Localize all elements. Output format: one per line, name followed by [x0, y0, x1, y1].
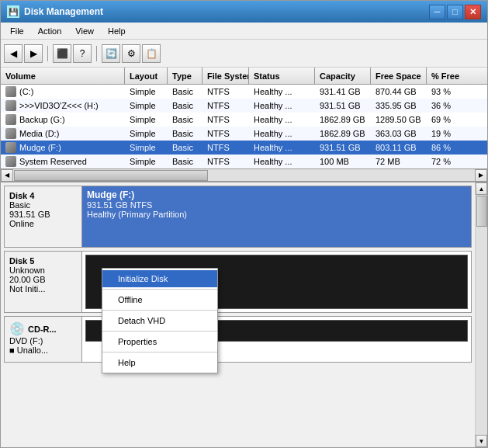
settings-button[interactable]: ⚙: [122, 44, 140, 63]
table-row[interactable]: Mudge (F:) Simple Basic NTFS Healthy ...…: [1, 141, 487, 155]
cell-type: Basic: [168, 85, 202, 99]
cell-capacity: 1862.89 GB: [315, 113, 371, 127]
disk4-label: Disk 4 Basic 931.51 GB Online: [5, 186, 82, 247]
cell-pct: 72 %: [427, 155, 462, 168]
menu-file[interactable]: File: [4, 25, 30, 37]
cell-freespace: 803.11 GB: [371, 141, 427, 155]
cell-volume: System Reserved: [1, 155, 125, 168]
ctx-offline[interactable]: Offline: [102, 291, 217, 308]
title-bar-left: 💾 Disk Management: [7, 5, 103, 18]
v-scroll-down[interactable]: ▼: [476, 435, 487, 447]
cell-status: Healthy ...: [249, 85, 315, 99]
toolbar-separator-2: [96, 46, 97, 61]
cell-pct: 19 %: [427, 127, 462, 141]
cell-fs: NTFS: [202, 155, 249, 168]
maximize-button[interactable]: □: [447, 5, 463, 19]
table-row[interactable]: System Reserved Simple Basic NTFS Health…: [1, 155, 487, 168]
cell-freespace: 363.03 GB: [371, 127, 427, 141]
cell-status: Healthy ...: [249, 113, 315, 127]
v-scroll-up[interactable]: ▲: [476, 182, 487, 195]
horizontal-scrollbar[interactable]: ◀ ▶: [1, 168, 487, 181]
help-button[interactable]: ?: [73, 44, 92, 63]
cell-volume: Media (D:): [1, 127, 125, 141]
table-body: (C:) Simple Basic NTFS Healthy ... 931.4…: [1, 85, 487, 168]
cell-fs: NTFS: [202, 141, 249, 155]
ctx-help[interactable]: Help: [102, 354, 217, 371]
forward-button[interactable]: ▶: [24, 44, 43, 63]
cell-volume: Mudge (F:): [1, 141, 125, 155]
v-scroll-thumb[interactable]: [476, 196, 487, 227]
ctx-detach-vhd[interactable]: Detach VHD: [102, 312, 217, 329]
cell-freespace: 335.95 GB: [371, 99, 427, 113]
h-scroll-track[interactable]: [13, 169, 475, 182]
disk4-type: Basic: [9, 200, 77, 210]
back-button[interactable]: ◀: [4, 44, 22, 63]
cell-layout: Simple: [125, 155, 168, 168]
disk4-status: Online: [9, 219, 77, 228]
app-icon: 💾: [7, 5, 19, 18]
disk5-row: Disk 5 Unknown 20.00 GB Not Initi...: [4, 251, 472, 313]
close-button[interactable]: ✕: [465, 5, 481, 19]
volume-table-area: Volume Layout Type File System Status Ca…: [1, 68, 487, 182]
toolbar: ◀ ▶ ⬛ ? 🔄 ⚙ 📋: [1, 40, 487, 68]
cdr-label: 💿 CD-R... DVD (F:) ■ Unallo...: [5, 317, 82, 362]
stop-button[interactable]: ⬛: [53, 44, 71, 63]
drive-icon: [5, 86, 16, 97]
menu-view[interactable]: View: [69, 25, 100, 37]
cell-freespace: 72 MB: [371, 155, 427, 168]
properties-button[interactable]: 📋: [142, 44, 161, 63]
table-row[interactable]: Backup (G:) Simple Basic NTFS Healthy ..…: [1, 113, 487, 127]
table-row[interactable]: Media (D:) Simple Basic NTFS Healthy ...…: [1, 127, 487, 141]
h-scroll-left[interactable]: ◀: [1, 169, 13, 182]
disk5-status: Not Initi...: [9, 284, 77, 293]
table-row[interactable]: >>>VID3O'Z<<< (H:) Simple Basic NTFS Hea…: [1, 99, 487, 113]
cell-capacity: 100 MB: [315, 155, 371, 168]
cell-capacity: 1862.89 GB: [315, 127, 371, 141]
ctx-initialize-disk[interactable]: Initialize Disk: [102, 270, 217, 287]
cell-layout: Simple: [125, 127, 168, 141]
cell-status: Healthy ...: [249, 141, 315, 155]
lower-content: Disk 4 Basic 931.51 GB Online Mudge (F:)…: [1, 182, 475, 447]
minimize-button[interactable]: ─: [429, 5, 445, 19]
cell-pct: 36 %: [427, 99, 462, 113]
col-header-pct[interactable]: % Free: [427, 68, 462, 84]
cell-pct: 69 %: [427, 113, 462, 127]
col-header-status[interactable]: Status: [249, 68, 315, 84]
cell-status: Healthy ...: [249, 127, 315, 141]
cell-layout: Simple: [125, 113, 168, 127]
drive-icon: [5, 156, 16, 167]
cdr-icon: 💿: [9, 321, 25, 336]
disk5-size: 20.00 GB: [9, 275, 77, 284]
cdr-type: DVD (F:): [9, 336, 77, 346]
disk4-part-status: Healthy (Primary Partition): [87, 210, 466, 219]
title-controls: ─ □ ✕: [429, 5, 481, 19]
ctx-sep-1: [102, 289, 217, 290]
disk4-partition[interactable]: Mudge (F:) 931.51 GB NTFS Healthy (Prima…: [82, 186, 471, 247]
cell-layout: Simple: [125, 141, 168, 155]
main-window: 💾 Disk Management ─ □ ✕ File Action View…: [0, 0, 488, 448]
drive-icon: [5, 142, 16, 153]
col-header-fs[interactable]: File System: [202, 68, 249, 84]
disk5-type: Unknown: [9, 266, 77, 275]
col-header-freespace[interactable]: Free Space: [371, 68, 427, 84]
ctx-sep-3: [102, 331, 217, 332]
col-header-layout[interactable]: Layout: [125, 68, 168, 84]
ctx-properties[interactable]: Properties: [102, 333, 217, 350]
menu-action[interactable]: Action: [32, 25, 68, 37]
col-header-capacity[interactable]: Capacity: [315, 68, 371, 84]
cdr-name: CD-R...: [28, 325, 57, 334]
cell-freespace: 1289.50 GB: [371, 113, 427, 127]
refresh-button[interactable]: 🔄: [102, 44, 120, 63]
cell-status: Healthy ...: [249, 155, 315, 168]
col-header-type[interactable]: Type: [168, 68, 202, 84]
menu-help[interactable]: Help: [102, 25, 132, 37]
col-header-volume[interactable]: Volume: [1, 68, 125, 84]
v-scroll-track[interactable]: [476, 195, 487, 435]
disk4-name: Disk 4: [9, 191, 77, 200]
h-scroll-right[interactable]: ▶: [475, 169, 487, 182]
table-row[interactable]: (C:) Simple Basic NTFS Healthy ... 931.4…: [1, 85, 487, 99]
context-menu: Initialize Disk Offline Detach VHD Prope…: [102, 268, 218, 373]
h-scroll-thumb[interactable]: [14, 170, 208, 181]
cell-fs: NTFS: [202, 85, 249, 99]
ctx-sep-4: [102, 352, 217, 352]
